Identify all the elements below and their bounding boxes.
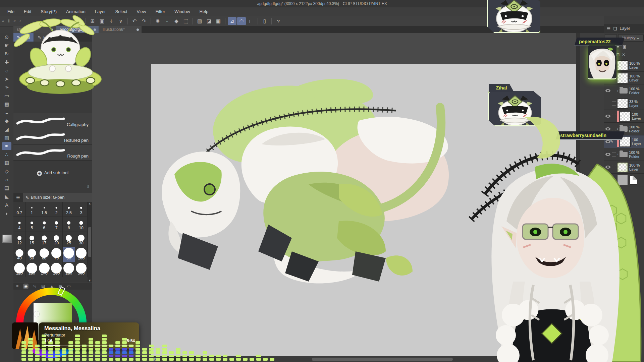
brush-size-80[interactable]: 80 [63, 247, 75, 262]
ellipse-tool[interactable]: ○ [2, 176, 11, 184]
history-color-icon[interactable]: ▭ [67, 284, 71, 289]
help-icon[interactable]: ? [274, 17, 283, 25]
select-outside-icon[interactable]: ▧ [195, 17, 204, 25]
save-dropdown-caret[interactable]: ∨ [116, 17, 125, 25]
brush-size-25[interactable]: 25 [63, 232, 75, 247]
brush-size-250[interactable]: 250 [63, 262, 75, 277]
delete-layer-icon[interactable]: ✕ [622, 52, 625, 57]
figure-grid-tool[interactable]: ▦ [2, 159, 11, 167]
brush-size-170[interactable]: 170 [38, 262, 51, 277]
companion-mode-icon[interactable]: ▯ [260, 17, 269, 25]
frame-border-tool[interactable]: ▤ [2, 184, 11, 192]
brush-size-0.7[interactable]: 0.7 [13, 202, 26, 217]
brush-size-6[interactable]: 6 [38, 217, 51, 232]
fill-icon[interactable]: ◆ [172, 17, 181, 25]
brush-size-2.5[interactable]: 2.5 [63, 202, 75, 217]
layer-row[interactable]: 100Layer [604, 110, 644, 123]
layer-thumbnail[interactable] [617, 73, 628, 83]
brush-size-20[interactable]: 20 [50, 232, 63, 247]
brush-size-5[interactable]: 5 [26, 217, 38, 232]
brush-size-70[interactable]: 70 [50, 247, 63, 262]
slider-handle[interactable] [176, 358, 182, 361]
status-scrollbar[interactable] [312, 358, 453, 361]
correction-tool[interactable]: ◇ [2, 167, 11, 175]
brush-size-40[interactable]: 40 [13, 247, 26, 262]
brush-size-300[interactable]: 300 [75, 262, 88, 277]
brush-size-15[interactable]: 15 [26, 232, 38, 247]
brush-size-50[interactable]: 50 [26, 247, 38, 262]
brush-size-60[interactable]: 60 [38, 247, 51, 262]
ruler-tool[interactable]: ◣ [2, 192, 11, 200]
folder-expand-icon[interactable]: › [617, 127, 618, 131]
scroll-thumb[interactable] [88, 227, 91, 257]
layer-checkbox[interactable] [612, 127, 616, 131]
brush-size-1.5[interactable]: 1.5 [38, 202, 51, 217]
select-border-icon[interactable]: ▣ [214, 17, 223, 25]
rotate-right-icon[interactable]: ↷ [208, 357, 215, 362]
brush-size-150[interactable]: 150 [26, 262, 38, 277]
lock-layer-icon[interactable]: ▣ [623, 44, 626, 49]
menu-item[interactable]: Window [170, 7, 195, 16]
layer-visible-eye-icon[interactable] [605, 115, 610, 118]
rotation-slider[interactable] [164, 357, 195, 361]
menu-item[interactable]: Filter [151, 7, 170, 16]
palette-menu-icon[interactable]: ☰ [16, 195, 20, 200]
foreground-color-swatch[interactable] [2, 235, 12, 243]
brush-size-8[interactable]: 8 [63, 217, 75, 232]
collapse-icon[interactable]: ‹ [223, 357, 230, 362]
brush-size-4[interactable]: 4 [13, 217, 26, 232]
brush-size-17[interactable]: 17 [38, 232, 51, 247]
brush-size-2[interactable]: 2 [50, 202, 63, 217]
layer-visible-eye-icon[interactable] [605, 89, 610, 92]
panel-menu-icon[interactable]: ☰ [607, 26, 610, 31]
brush-size-1[interactable]: 1 [26, 202, 38, 217]
color-slider-icon[interactable]: ≒ [33, 284, 37, 289]
brush-size-10[interactable]: 10 [75, 217, 88, 232]
eraser-tool[interactable]: ◢ [2, 125, 11, 133]
layer-panel-tab[interactable]: Layer [620, 26, 630, 31]
balloon-tool[interactable]: ◗ [2, 209, 11, 217]
blend-tool[interactable]: ◒ [2, 109, 11, 117]
folder-expand-icon[interactable]: › [617, 89, 618, 93]
snap-to-special-ruler-icon[interactable]: ◠ [237, 17, 246, 25]
layer-thumbnail[interactable] [620, 111, 631, 121]
snap-to-ruler-icon[interactable]: ⊿ [228, 17, 236, 25]
tab-modified-dot[interactable] [137, 28, 139, 31]
airbrush-tool[interactable]: ∴ [2, 150, 11, 159]
layer-checkbox[interactable] [612, 101, 616, 106]
layer-visible-eye-icon[interactable] [605, 127, 610, 130]
layer-row[interactable]: ›100 %Folder [604, 84, 644, 97]
layer-thumbnail[interactable] [617, 99, 628, 109]
undo-icon[interactable]: ↶ [130, 17, 139, 25]
scroll-down-icon[interactable]: ▼ [88, 279, 91, 282]
menu-item[interactable]: Help [195, 7, 213, 16]
layer-row[interactable]: 33 %Layer [604, 97, 644, 110]
transform-icon[interactable]: ⬚ [181, 17, 190, 25]
deselect-icon[interactable]: ▫ [163, 17, 171, 25]
rotate-left-icon[interactable]: ↶ [201, 357, 208, 362]
redo-icon[interactable]: ↷ [140, 17, 148, 25]
sub-tool-item[interactable]: Textured pen [13, 129, 92, 145]
text-tool[interactable]: A [2, 201, 11, 209]
brush-size-3[interactable]: 3 [75, 202, 88, 217]
decoration-tool[interactable]: ▦ [2, 100, 11, 108]
saturation-value-cursor[interactable] [34, 311, 39, 317]
gradient-tool[interactable]: ▨ [2, 134, 11, 142]
reset-view-icon[interactable]: ↺ [215, 357, 223, 362]
menu-item[interactable]: View [132, 7, 151, 16]
sub-tool-item[interactable]: Calligraphy [13, 113, 92, 129]
new-folder-icon[interactable]: ⊟ [616, 52, 620, 57]
brush-size-12[interactable]: 12 [13, 232, 26, 247]
brush-size-7[interactable]: 7 [50, 217, 63, 232]
scroll-up-icon[interactable]: ▲ [88, 202, 91, 205]
snap-to-grid-icon[interactable]: ∟ [247, 17, 255, 25]
brush-size-100[interactable]: 100 [75, 247, 88, 262]
brush-size-scrollbar[interactable]: ▲ ▼ [88, 202, 92, 282]
fill-bucket-tool[interactable]: ◆ [2, 117, 11, 125]
layer-thumbnail[interactable] [617, 60, 628, 70]
layer-checkbox[interactable] [612, 114, 616, 118]
color-wheel-menu-icon[interactable]: ≡ [16, 284, 18, 289]
brush-size-120[interactable]: 120 [13, 262, 26, 277]
pen-tool[interactable]: ✒ [2, 142, 11, 150]
sub-tool-item[interactable]: Rough pen [13, 145, 92, 161]
